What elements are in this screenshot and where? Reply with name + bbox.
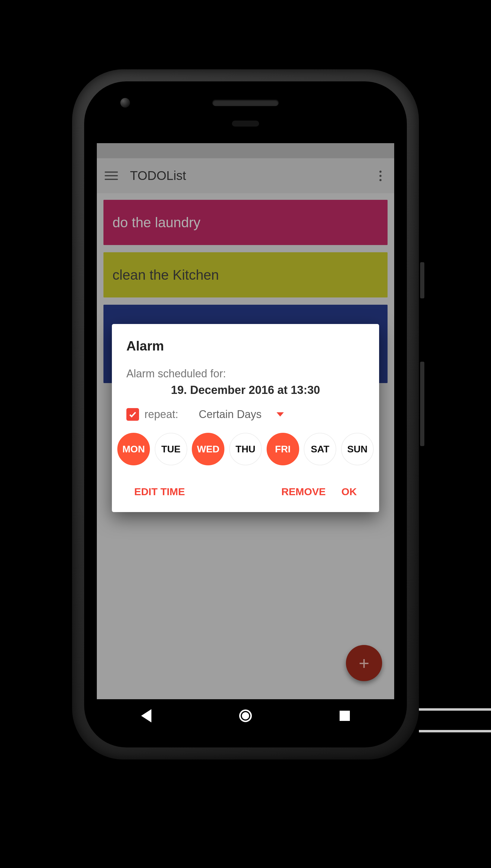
day-toggle-wed[interactable]: WED [192, 433, 224, 465]
edit-time-button[interactable]: EDIT TIME [126, 480, 193, 503]
repeat-checkbox[interactable] [126, 408, 139, 421]
repeat-mode-dropdown[interactable]: Certain Days [199, 408, 284, 421]
scheduled-for-label: Alarm scheduled for: [126, 367, 365, 380]
phone-sensor [232, 121, 259, 127]
android-navbar [97, 699, 394, 733]
day-label: FRI [275, 444, 291, 455]
repeat-label: repeat: [144, 408, 178, 421]
day-picker: MON TUE WED THU FRI SAT SUN [117, 433, 374, 465]
day-toggle-sun[interactable]: SUN [341, 433, 374, 465]
day-toggle-thu[interactable]: THU [229, 433, 262, 465]
day-toggle-fri[interactable]: FRI [267, 433, 299, 465]
dialog-actions: EDIT TIME REMOVE OK [126, 480, 365, 503]
day-label: MON [122, 444, 145, 455]
scheduled-datetime: 19. December 2016 at 13:30 [126, 384, 365, 397]
phone-side-button [420, 262, 424, 299]
ok-button[interactable]: OK [334, 480, 365, 503]
chevron-down-icon [277, 412, 284, 416]
day-toggle-mon[interactable]: MON [117, 433, 150, 465]
day-toggle-tue[interactable]: TUE [155, 433, 187, 465]
day-label: SAT [311, 444, 329, 455]
repeat-row: repeat: Certain Days [126, 408, 365, 421]
day-label: THU [235, 444, 256, 455]
screen: TODOList do the laundry clean the Kitche… [97, 143, 394, 699]
home-icon [239, 710, 252, 722]
alarm-dialog: Alarm Alarm scheduled for: 19. December … [112, 324, 379, 512]
day-label: WED [197, 444, 220, 455]
phone-frame: TODOList do the laundry clean the Kitche… [72, 69, 419, 760]
day-label: TUE [161, 444, 181, 455]
phone-speaker [212, 99, 279, 106]
day-label: SUN [347, 444, 368, 455]
phone-cable [419, 708, 491, 733]
phone-camera [120, 98, 130, 107]
remove-button[interactable]: REMOVE [273, 480, 334, 503]
nav-recent-button[interactable] [337, 708, 352, 723]
back-icon [141, 709, 151, 722]
phone-bezel: TODOList do the laundry clean the Kitche… [84, 82, 407, 747]
nav-home-button[interactable] [238, 708, 253, 723]
repeat-mode-value: Certain Days [199, 408, 261, 421]
check-icon [128, 410, 137, 418]
nav-back-button[interactable] [139, 708, 154, 723]
day-toggle-sat[interactable]: SAT [304, 433, 336, 465]
phone-side-button [420, 362, 424, 446]
recent-apps-icon [340, 711, 350, 721]
dialog-title: Alarm [126, 338, 365, 353]
